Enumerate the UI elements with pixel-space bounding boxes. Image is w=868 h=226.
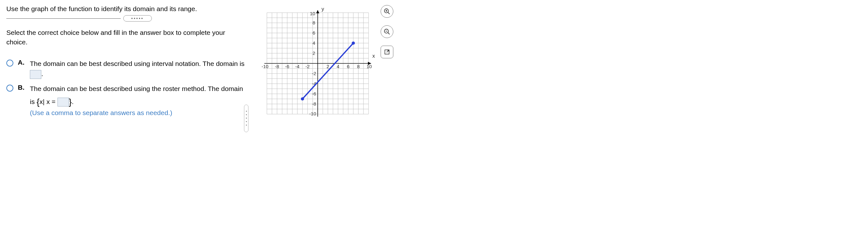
divider-line xyxy=(6,18,121,19)
svg-line-74 xyxy=(387,50,389,52)
svg-text:8: 8 xyxy=(357,64,360,69)
endpoint-right xyxy=(352,41,355,45)
svg-text:-6: -6 xyxy=(312,91,316,97)
choice-b-line1: The domain can be best described using t… xyxy=(30,85,243,92)
zoom-in-icon xyxy=(383,8,391,15)
svg-text:-4: -4 xyxy=(295,64,299,69)
divider: ••••• xyxy=(6,15,248,22)
graph-tools xyxy=(381,5,393,58)
instruction-text: Select the correct choice below and fill… xyxy=(6,28,248,47)
svg-text:-2: -2 xyxy=(312,71,316,76)
choice-b: B. The domain can be best described usin… xyxy=(6,84,248,118)
x-axis-label: x xyxy=(372,53,375,59)
svg-text:-8: -8 xyxy=(275,64,279,69)
svg-text:6: 6 xyxy=(347,64,349,69)
svg-text:2: 2 xyxy=(313,50,315,56)
choice-b-mid: x| x = xyxy=(39,98,57,105)
choice-a-body: The domain can be best described using i… xyxy=(30,59,248,79)
endpoint-left xyxy=(301,97,304,101)
svg-text:8: 8 xyxy=(313,20,315,25)
radio-b[interactable] xyxy=(6,85,13,91)
zoom-out-button[interactable] xyxy=(381,25,393,38)
choice-a-input[interactable] xyxy=(30,70,41,79)
svg-text:4: 4 xyxy=(313,40,315,46)
choice-a-label: A. xyxy=(18,59,25,66)
popout-button[interactable] xyxy=(381,46,393,58)
choice-b-label: B. xyxy=(18,84,25,91)
svg-marker-45 xyxy=(316,10,319,13)
svg-text:10: 10 xyxy=(310,11,315,16)
zoom-in-button[interactable] xyxy=(381,5,393,18)
zoom-out-icon xyxy=(383,28,391,35)
choice-a-suffix: . xyxy=(41,70,43,77)
choice-b-body: The domain can be best described using t… xyxy=(30,84,248,118)
choice-b-prefix: is xyxy=(30,98,36,105)
svg-line-67 xyxy=(388,12,390,14)
choice-b-input[interactable] xyxy=(58,98,69,107)
svg-text:-10: -10 xyxy=(261,64,269,69)
brace-open: { xyxy=(36,97,39,107)
svg-text:6: 6 xyxy=(313,30,315,36)
svg-text:-2: -2 xyxy=(305,64,309,69)
choice-a: A. The domain can be best described usin… xyxy=(6,59,248,79)
svg-text:10: 10 xyxy=(367,64,372,69)
graph: x y -10 -8 -6 -4 -2 2 4 6 8 10 2 4 6 8 1… xyxy=(260,6,375,120)
question-text: Use the graph of the function to identif… xyxy=(6,5,248,13)
svg-line-71 xyxy=(388,33,390,35)
popout-icon xyxy=(384,49,390,55)
vertical-expand-dots[interactable]: • • • • • xyxy=(244,105,248,132)
svg-text:-10: -10 xyxy=(309,111,316,116)
brace-close: } xyxy=(69,97,72,107)
svg-text:-8: -8 xyxy=(312,101,316,107)
svg-text:2: 2 xyxy=(327,64,329,69)
choice-b-suffix: . xyxy=(72,98,74,105)
y-axis-label: y xyxy=(321,6,324,12)
choice-a-line1: The domain can be best described using i… xyxy=(30,60,245,67)
expand-dots[interactable]: ••••• xyxy=(123,15,152,22)
svg-text:4: 4 xyxy=(337,64,339,69)
choice-b-hint: (Use a comma to separate answers as need… xyxy=(30,109,172,116)
radio-a[interactable] xyxy=(6,60,13,67)
svg-text:-6: -6 xyxy=(285,64,289,69)
